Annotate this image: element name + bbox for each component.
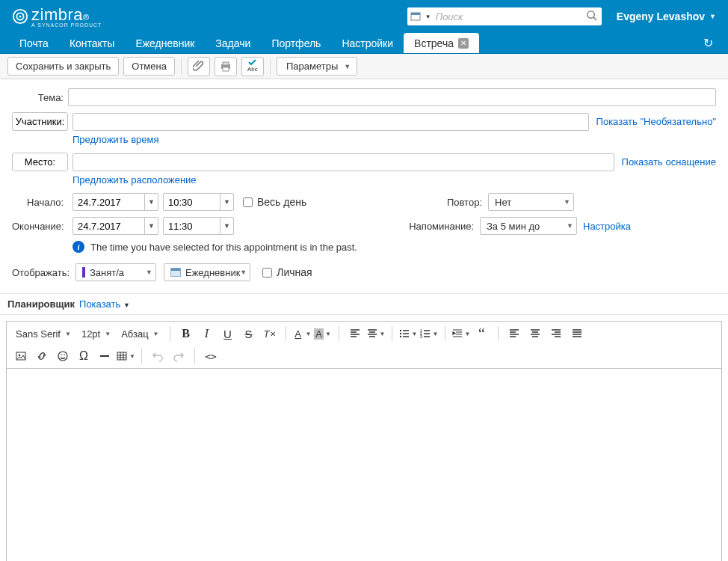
- align-left-button[interactable]: [345, 325, 365, 343]
- location-input[interactable]: [73, 153, 614, 171]
- busy-swatch-icon: [82, 267, 85, 278]
- end-date-picker[interactable]: ▼: [73, 217, 158, 235]
- rich-text-editor: Sans Serif▼ 12pt▼ Абзац▼ B I U S T✕ A▼ A…: [0, 315, 728, 561]
- options-dropdown[interactable]: Параметры ▼: [277, 57, 357, 76]
- emoji-button[interactable]: [53, 347, 73, 365]
- code-button[interactable]: <>: [201, 347, 220, 365]
- calendar-select[interactable]: Ежедневник ▼: [164, 263, 250, 281]
- end-time-input[interactable]: [164, 221, 220, 232]
- blockquote-button[interactable]: “: [472, 325, 492, 343]
- start-date-input[interactable]: [73, 197, 144, 208]
- brand-logo: zimbra® A SYNACOR PRODUCT: [12, 5, 102, 28]
- chevron-down-icon[interactable]: ▼: [220, 218, 233, 234]
- search-input[interactable]: [436, 11, 586, 22]
- user-menu[interactable]: Evgeny Levashov ▼: [617, 10, 716, 22]
- start-time-input[interactable]: [164, 197, 220, 208]
- scheduler-toggle[interactable]: Показать ▼: [79, 298, 130, 310]
- svg-point-18: [19, 355, 21, 357]
- close-icon[interactable]: ✕: [458, 38, 469, 49]
- chevron-down-icon[interactable]: ▼: [144, 194, 158, 210]
- chevron-down-icon: ▼: [567, 222, 573, 230]
- hr-button[interactable]: [95, 347, 114, 365]
- font-family-select[interactable]: Sans Serif▼: [11, 326, 75, 342]
- text-color-button[interactable]: A▼: [292, 325, 312, 343]
- search-box[interactable]: ▼: [407, 7, 602, 25]
- reminder-configure-link[interactable]: Настройка: [583, 221, 631, 232]
- show-optional-link[interactable]: Показать "Необязательно": [596, 116, 716, 127]
- search-scope-icon[interactable]: [410, 11, 421, 22]
- location-button[interactable]: Место:: [12, 153, 68, 171]
- tab-contacts[interactable]: Контакты: [59, 33, 125, 53]
- indent-button[interactable]: ▼: [451, 325, 471, 343]
- save-close-button[interactable]: Сохранить и закрыть: [7, 57, 119, 76]
- attendees-button[interactable]: Участники:: [12, 112, 68, 131]
- show-equipment-link[interactable]: Показать оснащение: [622, 156, 716, 168]
- clear-format-button[interactable]: T✕: [260, 325, 280, 343]
- search-icon[interactable]: [586, 10, 597, 23]
- start-date-picker[interactable]: ▼: [73, 193, 158, 211]
- insert-image-button[interactable]: [11, 347, 31, 365]
- attendees-input[interactable]: [73, 113, 589, 131]
- reminder-select[interactable]: За 5 мин до ▼: [480, 217, 577, 235]
- cancel-button[interactable]: Отмена: [123, 57, 175, 76]
- repeat-select[interactable]: Нет ▼: [488, 193, 574, 211]
- print-button[interactable]: [215, 57, 237, 76]
- suggest-time-link[interactable]: Предложить время: [73, 134, 159, 145]
- bold-button[interactable]: B: [176, 325, 196, 343]
- chevron-down-icon[interactable]: ▼: [144, 218, 158, 234]
- svg-text:Abc: Abc: [247, 66, 258, 73]
- font-size-select[interactable]: 12pt▼: [77, 326, 115, 342]
- tab-calendar[interactable]: Ежедневник: [125, 33, 205, 53]
- editor-body[interactable]: [6, 369, 722, 561]
- attach-button[interactable]: [188, 57, 210, 76]
- end-time-picker[interactable]: ▼: [163, 217, 234, 235]
- tab-appointment[interactable]: Встреча ✕: [404, 33, 479, 53]
- align-dropdown[interactable]: ▼: [366, 325, 386, 343]
- private-checkbox[interactable]: Личная: [262, 266, 312, 278]
- start-time-picker[interactable]: ▼: [163, 193, 234, 211]
- align-left2-button[interactable]: [505, 325, 524, 343]
- all-day-label: Весь день: [257, 196, 306, 208]
- align-center-button[interactable]: [525, 325, 545, 343]
- all-day-checkbox[interactable]: Весь день: [243, 196, 306, 208]
- insert-link-button[interactable]: [32, 347, 52, 365]
- svg-point-21: [64, 355, 65, 356]
- show-as-select[interactable]: Занят/а ▼: [75, 263, 156, 281]
- private-input[interactable]: [262, 268, 272, 278]
- calendar-swatch-icon: [170, 268, 181, 277]
- redo-button[interactable]: [169, 347, 188, 365]
- tab-mail[interactable]: Почта: [9, 33, 59, 53]
- paragraph-select[interactable]: Абзац▼: [117, 326, 163, 342]
- chevron-down-icon: ▼: [240, 269, 247, 276]
- undo-button[interactable]: [148, 347, 167, 365]
- strike-button[interactable]: S: [239, 325, 259, 343]
- tab-tasks[interactable]: Задачи: [205, 33, 261, 53]
- chevron-down-icon[interactable]: ▼: [220, 194, 233, 210]
- bullet-list-button[interactable]: ▼: [398, 325, 418, 343]
- reminder-value: За 5 мин до: [487, 221, 540, 232]
- suggest-location-link[interactable]: Предложить расположение: [73, 174, 197, 186]
- logo-icon: [12, 8, 28, 25]
- svg-line-6: [593, 17, 596, 20]
- refresh-icon[interactable]: ↻: [703, 36, 713, 50]
- underline-button[interactable]: U: [218, 325, 238, 343]
- past-warning: i The time you have selected for this ap…: [12, 241, 716, 253]
- tab-briefcase[interactable]: Портфель: [261, 33, 331, 53]
- align-right-button[interactable]: [546, 325, 566, 343]
- number-list-button[interactable]: 123▼: [419, 325, 439, 343]
- search-scope-caret[interactable]: ▼: [425, 13, 431, 20]
- chevron-down-icon: ▼: [564, 198, 570, 206]
- special-char-button[interactable]: Ω: [74, 347, 93, 365]
- bg-color-button[interactable]: A▼: [313, 325, 333, 343]
- spellcheck-button[interactable]: Abc: [241, 57, 264, 76]
- table-button[interactable]: ▼: [116, 347, 135, 365]
- italic-button[interactable]: I: [197, 325, 217, 343]
- svg-point-11: [399, 330, 401, 331]
- tab-preferences[interactable]: Настройки: [331, 33, 404, 53]
- align-justify-button[interactable]: [567, 325, 587, 343]
- svg-rect-8: [223, 62, 229, 65]
- end-date-input[interactable]: [73, 221, 144, 232]
- subject-input[interactable]: [68, 88, 716, 106]
- start-label: Начало:: [12, 197, 68, 208]
- all-day-input[interactable]: [243, 197, 253, 207]
